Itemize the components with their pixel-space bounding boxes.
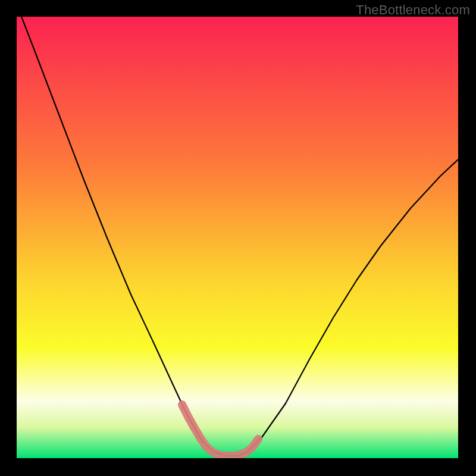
chart-stage: TheBottleneck.com	[0, 0, 476, 476]
watermark-text: TheBottleneck.com	[356, 2, 470, 18]
plot-background	[17, 17, 458, 458]
chart-svg	[0, 0, 476, 476]
